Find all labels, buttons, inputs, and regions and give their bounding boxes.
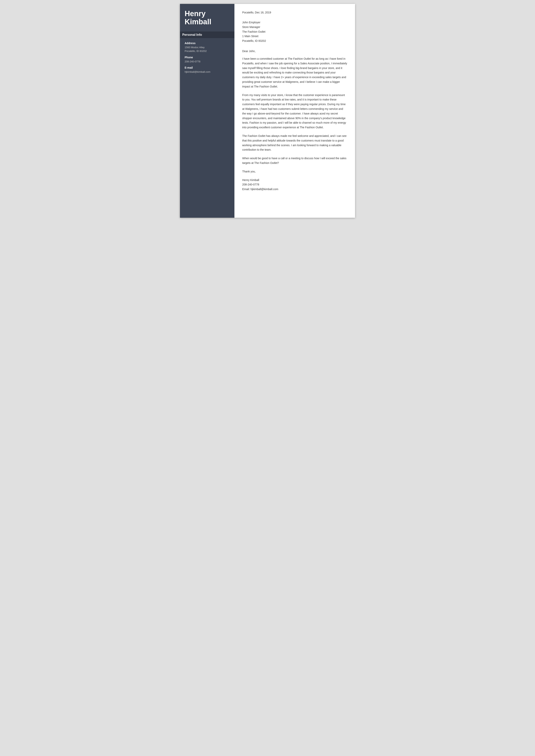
closing-block: Thank you, — [242, 169, 347, 174]
cover-letter-page: Henry Kimball Personal Info Address 1560… — [180, 4, 355, 218]
address-line2: Pocatello, ID 83202 — [184, 49, 230, 53]
date: Pocatello, Dec 16, 2019 — [242, 11, 347, 14]
salutation: Dear John, — [242, 50, 347, 53]
recipient-street: 1 Main Street — [242, 34, 347, 39]
name-line2: Kimball — [184, 18, 211, 26]
email-label: E-mail — [184, 66, 230, 69]
phone-label: Phone — [184, 56, 230, 59]
email-value: hjkimball@kimball.com — [184, 70, 230, 74]
paragraph-2: From my many visits to your store, I kno… — [242, 93, 347, 130]
recipient-company: The Fashion Outlet — [242, 30, 347, 34]
sig-email: Email: hjkimball@kimball.com — [242, 187, 347, 192]
paragraph-3: The Fashion Outlet has always made me fe… — [242, 134, 347, 152]
personal-info-section-title: Personal Info — [180, 32, 235, 38]
main-content: Pocatello, Dec 16, 2019 John Employer St… — [235, 4, 355, 218]
recipient-title: Store Manager — [242, 25, 347, 30]
recipient-block: John Employer Store Manager The Fashion … — [242, 20, 347, 43]
signature-block: Henry Kimball 208-240-0778 Email: hjkimb… — [242, 178, 347, 192]
paragraph-1: I have been a committed customer at The … — [242, 57, 347, 89]
recipient-name: John Employer — [242, 20, 347, 25]
applicant-name: Henry Kimball — [184, 10, 230, 26]
sidebar: Henry Kimball Personal Info Address 1560… — [180, 4, 235, 218]
closing-text: Thank you, — [242, 169, 347, 174]
paragraph-4: When would be good to have a call or a m… — [242, 156, 347, 165]
sig-phone: 208-240-0778 — [242, 182, 347, 187]
address-line1: 1560 Modoc Alley — [184, 45, 230, 49]
recipient-city: Pocatello, ID 83202 — [242, 39, 347, 43]
phone-value: 208-240-0778 — [184, 60, 230, 64]
sig-name: Henry Kimball — [242, 178, 347, 182]
name-line1: Henry — [184, 10, 206, 18]
address-label: Address — [184, 41, 230, 45]
